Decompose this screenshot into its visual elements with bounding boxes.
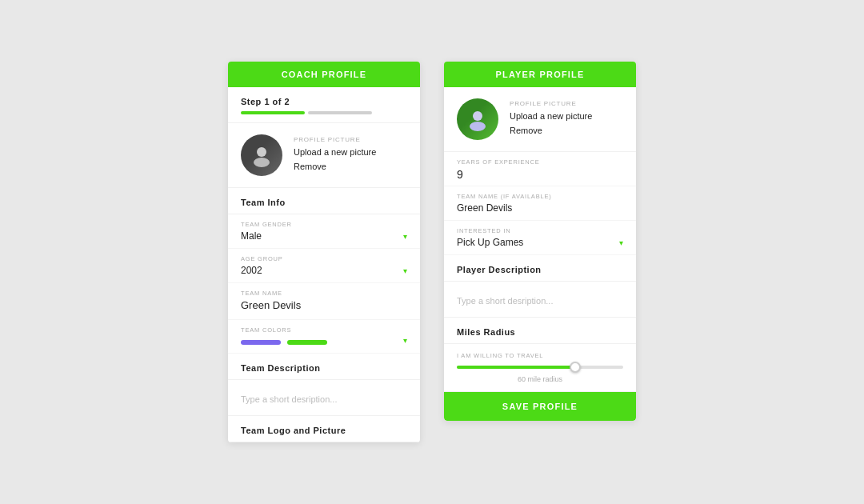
slider-thumb[interactable] — [570, 362, 581, 373]
miles-radius-title: Miles Radius — [444, 318, 636, 344]
interested-in-arrow-icon[interactable]: ▾ — [619, 238, 623, 247]
interested-in-label: Interested In — [457, 227, 623, 234]
step-progress-section: Step 1 of 2 — [228, 87, 420, 123]
player-pic-label: Profile Picture — [510, 100, 592, 107]
coach-body: Step 1 of 2 Profile Picture Upload a new… — [228, 87, 420, 442]
team-gender-arrow-icon[interactable]: ▾ — [403, 232, 407, 241]
player-description-section: Type a short desription... — [444, 282, 636, 318]
age-group-value: 2002 — [241, 265, 262, 276]
player-remove-link[interactable]: Remove — [510, 124, 592, 138]
progress-filled — [241, 111, 305, 114]
slider-fill — [457, 366, 574, 369]
years-exp-value: 9 — [457, 168, 623, 181]
team-colors-arrow-icon[interactable]: ▾ — [403, 336, 407, 345]
player-upload-link[interactable]: Upload a new picture — [510, 110, 592, 124]
player-description-placeholder[interactable]: Type a short desription... — [457, 290, 623, 309]
coach-upload-link[interactable]: Upload a new picture — [294, 146, 376, 160]
player-header: Player Profile — [444, 62, 636, 87]
coach-remove-link[interactable]: Remove — [294, 160, 376, 174]
age-group-arrow-icon[interactable]: ▾ — [403, 266, 407, 275]
interested-in-field: Interested In Pick Up Games ▾ — [444, 221, 636, 255]
team-gender-row: Male ▾ — [241, 230, 407, 242]
player-avatar — [457, 98, 498, 140]
team-colors-label: Team Colors — [241, 326, 407, 334]
team-info-title: Team Info — [228, 188, 420, 214]
team-name-value: Green Devils — [241, 299, 407, 311]
team-logo-title: Team Logo and Picture — [228, 416, 420, 442]
svg-point-0 — [257, 147, 266, 157]
color-swatch-green[interactable] — [287, 340, 327, 345]
team-description-section: Type a short desription... — [228, 380, 420, 416]
team-gender-field: Team Gender Male ▾ — [228, 214, 420, 249]
slider-value: 60 mile radius — [457, 375, 623, 383]
interested-in-row: Pick Up Games ▾ — [457, 237, 623, 248]
player-profile-pic-actions: Profile Picture Upload a new picture Rem… — [510, 100, 592, 138]
player-team-name-field: Team Name (if Available) Green Devils — [444, 186, 636, 221]
years-exp-section: Years of Experience 9 — [444, 152, 636, 186]
coach-avatar — [241, 134, 282, 176]
player-body: Profile Picture Upload a new picture Rem… — [444, 87, 636, 421]
player-description-title: Player Description — [444, 255, 636, 282]
team-description-placeholder[interactable]: Type a short desription... — [241, 388, 407, 407]
player-profile-card: Player Profile Profile Picture Upload a … — [444, 62, 636, 421]
slider-track — [457, 366, 623, 369]
coach-pic-label: Profile Picture — [294, 136, 376, 143]
save-profile-button[interactable]: Save Profile — [444, 392, 636, 421]
coach-profile-picture-section: Profile Picture Upload a new picture Rem… — [228, 123, 420, 188]
player-team-name-label: Team Name (if Available) — [457, 193, 623, 200]
interested-in-value: Pick Up Games — [457, 237, 523, 248]
color-swatches — [241, 340, 327, 345]
coach-profile-card: Coach Profile Step 1 of 2 — [228, 62, 420, 442]
coach-header: Coach Profile — [228, 62, 420, 87]
team-name-field: Team Name Green Devils — [228, 283, 420, 320]
svg-point-1 — [254, 158, 270, 167]
slider-label: I Am Willing to Travel — [457, 352, 623, 359]
color-swatch-purple[interactable] — [241, 340, 281, 345]
age-group-label: Age Group — [241, 255, 407, 262]
svg-point-2 — [473, 111, 482, 121]
team-description-title: Team Description — [228, 354, 420, 380]
player-profile-picture-section: Profile Picture Upload a new picture Rem… — [444, 87, 636, 152]
team-gender-label: Team Gender — [241, 221, 407, 228]
step-label: Step 1 of 2 — [241, 97, 407, 106]
svg-point-3 — [470, 122, 486, 131]
years-exp-label: Years of Experience — [457, 158, 623, 166]
miles-radius-section: I Am Willing to Travel 60 mile radius — [444, 344, 636, 392]
team-name-label: Team Name — [241, 290, 407, 297]
coach-profile-pic-actions: Profile Picture Upload a new picture Rem… — [294, 136, 376, 174]
team-colors-row: ▾ — [241, 336, 407, 345]
team-gender-value: Male — [241, 230, 262, 242]
progress-empty — [308, 111, 372, 114]
age-group-row: 2002 ▾ — [241, 265, 407, 276]
progress-track — [241, 111, 407, 114]
player-team-name-value: Green Devils — [457, 202, 623, 214]
age-group-field: Age Group 2002 ▾ — [228, 249, 420, 283]
team-colors-field: Team Colors ▾ — [228, 320, 420, 354]
